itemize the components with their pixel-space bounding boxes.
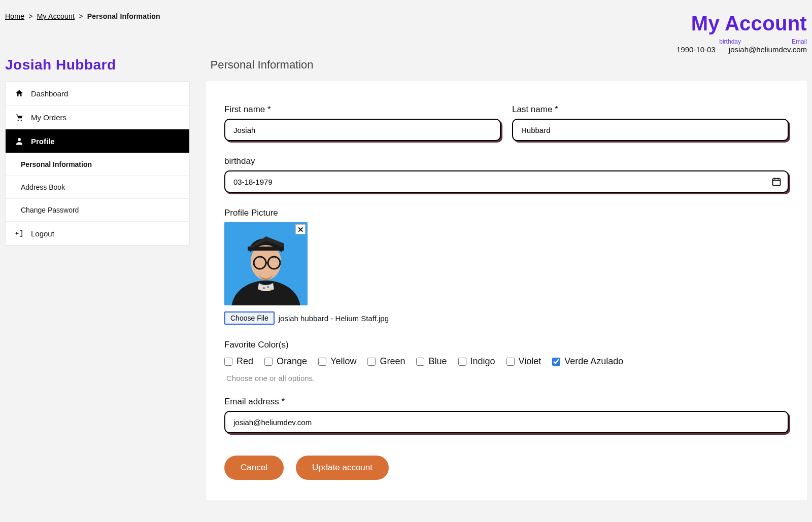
breadcrumb: Home > My Account > Personal Information: [5, 12, 160, 20]
color-label: Indigo: [470, 356, 495, 367]
last-name-input[interactable]: [512, 119, 789, 141]
color-option[interactable]: Orange: [264, 356, 307, 367]
color-label: Blue: [428, 356, 447, 367]
user-icon: [15, 136, 24, 146]
color-option[interactable]: Red: [224, 356, 253, 367]
form-panel: First name * Last name * birthday Profil…: [206, 81, 807, 500]
sidebar-sub-address[interactable]: Address Book: [6, 176, 189, 199]
sidebar-item-profile[interactable]: Profile: [6, 129, 189, 153]
color-checkbox[interactable]: [264, 358, 273, 366]
sidebar-item-label: My Orders: [31, 113, 66, 122]
svg-point-0: [18, 120, 19, 121]
color-checkbox[interactable]: [367, 358, 376, 366]
close-icon: ✕: [297, 226, 304, 233]
last-name-label: Last name *: [512, 105, 789, 115]
email-input[interactable]: [224, 411, 789, 433]
header-birthday-value: 1990-10-03: [676, 45, 716, 54]
sidebar-sub-password[interactable]: Change Password: [6, 199, 189, 222]
header-email-value: josiah@heliumdev.com: [729, 45, 807, 54]
color-checkbox[interactable]: [506, 358, 515, 366]
birthday-input[interactable]: [224, 170, 789, 193]
file-name: josiah hubbard - Helium Staff.jpg: [279, 314, 389, 323]
color-label: Red: [236, 356, 253, 367]
sidebar-item-label: Dashboard: [31, 89, 68, 98]
color-option[interactable]: Indigo: [458, 356, 495, 367]
color-checkbox[interactable]: [416, 358, 424, 366]
color-label: Orange: [277, 356, 307, 367]
color-checkbox[interactable]: [458, 358, 466, 366]
color-option[interactable]: Violet: [506, 356, 542, 367]
color-label: Yellow: [330, 356, 356, 367]
profile-picture: ✕: [224, 222, 308, 305]
svg-point-12: [267, 286, 269, 288]
user-name: Josiah Hubbard: [5, 57, 116, 73]
breadcrumb-sep: >: [79, 12, 83, 20]
breadcrumb-sep: >: [28, 12, 32, 20]
cancel-button[interactable]: Cancel: [224, 456, 284, 480]
header-email-label: Email: [792, 38, 807, 45]
svg-point-2: [18, 138, 21, 141]
email-label: Email address *: [224, 397, 789, 407]
page-heading: Personal Information: [211, 58, 314, 72]
breadcrumb-current: Personal Information: [87, 12, 160, 20]
sidebar-sub-personal[interactable]: Personal Information: [6, 153, 189, 176]
color-option[interactable]: Blue: [416, 356, 447, 367]
first-name-label: First name *: [224, 105, 501, 115]
remove-picture-button[interactable]: ✕: [295, 224, 306, 234]
svg-point-11: [263, 287, 265, 289]
avatar-image: [224, 222, 308, 305]
update-account-button[interactable]: Update account: [296, 456, 389, 480]
sidebar: Dashboard My Orders Profile Personal Inf…: [5, 81, 190, 246]
breadcrumb-home[interactable]: Home: [5, 12, 24, 20]
first-name-input[interactable]: [224, 119, 501, 141]
color-label: Violet: [519, 356, 542, 367]
sidebar-item-label: Logout: [31, 229, 54, 238]
birthday-label: birthday: [224, 156, 789, 166]
home-icon: [15, 89, 24, 98]
logout-icon: [15, 229, 24, 238]
color-checkbox[interactable]: [224, 358, 232, 366]
color-label: Green: [380, 356, 405, 367]
account-title: My Account: [676, 12, 807, 35]
svg-point-13: [270, 288, 272, 290]
breadcrumb-account[interactable]: My Account: [37, 12, 75, 20]
sidebar-item-label: Profile: [31, 137, 55, 146]
color-option[interactable]: Verde Azulado: [552, 356, 623, 367]
sidebar-item-logout[interactable]: Logout: [6, 222, 189, 245]
profile-picture-label: Profile Picture: [224, 208, 789, 218]
sidebar-item-dashboard[interactable]: Dashboard: [6, 82, 189, 106]
color-checkbox[interactable]: [552, 358, 560, 366]
colors-help: Choose one or all options.: [226, 374, 789, 382]
color-option[interactable]: Yellow: [318, 356, 356, 367]
color-checkbox[interactable]: [318, 358, 326, 366]
header-birthday-label: birthday: [719, 38, 741, 45]
svg-point-1: [21, 120, 22, 121]
color-options: RedOrangeYellowGreenBlueIndigoVioletVerd…: [224, 356, 789, 367]
cart-icon: [15, 113, 24, 122]
header-right: My Account birthday Email 1990-10-03 jos…: [676, 12, 807, 54]
color-option[interactable]: Green: [367, 356, 405, 367]
sidebar-item-orders[interactable]: My Orders: [6, 106, 189, 129]
choose-file-button[interactable]: Choose File: [224, 311, 275, 325]
colors-label: Favorite Color(s): [224, 340, 789, 350]
color-label: Verde Azulado: [564, 356, 623, 367]
